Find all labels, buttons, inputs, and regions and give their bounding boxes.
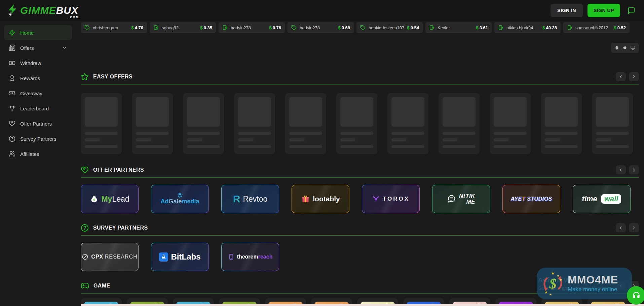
partner-card-revtoo[interactable]: R Revtoo [221,185,279,213]
partner-logo-text: AYE [510,196,522,202]
sidebar-item-label: Giveaway [20,91,42,96]
survey-partners-row: CPX RESEARCH BitLabs theoremreach [81,243,639,271]
sidebar-item-withdraw[interactable]: Withdraw [4,56,72,70]
offer-card-skeleton [285,93,326,154]
skeleton-line [187,132,220,135]
ticket-dollar-icon [9,90,15,97]
mmo4me-overlay: $ ★ ★ ★ ★ ★ MMO4ME Make money online [537,268,632,299]
partner-logo-text: Lead [112,195,129,203]
skeleton-line [494,132,527,135]
ticker-amount: $0.78 [269,25,281,30]
offer-card-skeleton [439,93,480,154]
wallet-icon [498,25,503,30]
sidebar-item-label: Home [20,30,34,36]
sidebar-item-offer-partners[interactable]: Offer Partners [4,116,72,131]
carousel-prev-button[interactable] [616,72,626,81]
header: GIMMEBUX.COM SIGN IN SIGN UP [0,0,644,21]
svg-text:$: $ [549,276,557,292]
partner-card-lootably[interactable]: lootably [292,185,349,213]
partner-logo-text: T [522,196,525,202]
currency-symbol: $ [542,25,545,30]
ticker-amount: $49.28 [542,25,557,30]
sidebar-item-label: Offer Partners [20,121,52,127]
ticker-username: badsin278 [231,25,251,30]
ticker-amount: $0.68 [338,25,350,30]
section-title: GAME [93,283,110,289]
sidebar-item-survey-partners[interactable]: Survey Partners [4,131,72,146]
skeleton-image [545,97,578,127]
ticker-earning-item[interactable]: badsin278 $0.78 [219,22,285,33]
earnings-ticker: chrishengren $4.70 sgbog92 $0.35 badsin2… [81,22,639,33]
ticker-amount: $4.70 [131,25,143,30]
ticker-earning-item[interactable]: samsonchik2012 $0.52 [563,22,630,33]
currency-symbol: $ [476,25,478,30]
svg-text:★: ★ [557,274,559,277]
skeleton-line [596,132,629,135]
partner-card-adgate-media[interactable]: AdGatemedia [151,185,209,213]
carousel-prev-button[interactable] [616,165,626,174]
newspaper-icon [9,44,15,51]
heart-handshake-icon [81,166,89,174]
support-chat-button[interactable] [627,286,644,305]
sign-in-button[interactable]: SIGN IN [551,4,583,17]
survey-card-cpx-research[interactable]: CPX RESEARCH [81,243,139,271]
sidebar-item-offers[interactable]: Offers [4,40,72,55]
wallet-icon [153,25,159,30]
carousel-next-button[interactable] [629,72,639,81]
brand-logo[interactable]: GIMMEBUX.COM [7,4,79,17]
ticker-earning-item[interactable]: chrishengren $4.70 [81,22,147,33]
skeleton-line [187,138,202,141]
ticker-username: chrishengren [93,25,118,30]
sidebar-item-label: Offers [20,45,34,51]
phone-icon [228,254,234,260]
ticker-amount-value: 49.28 [546,25,557,30]
chevron-down-icon[interactable] [62,45,67,50]
partner-logo-text: My [101,195,112,203]
svg-text:$: $ [93,198,96,201]
ticker-amount: $0.35 [200,25,212,30]
chat-icon[interactable] [628,7,635,14]
help-circle-icon [9,135,15,142]
survey-card-bitlabs[interactable]: BitLabs [151,243,209,271]
skeleton-line [443,132,476,135]
ticker-earning-item[interactable]: sgbog92 $0.35 [150,22,216,33]
skeleton-line [238,138,253,141]
carousel-next-button[interactable] [629,165,639,174]
sidebar-item-rewards[interactable]: Rewards [4,71,72,86]
skeleton-line [391,138,407,141]
partner-card-timewall[interactable]: time wall [573,185,631,213]
ticker-earning-item[interactable]: niklas.bjork94 $49.28 [494,22,561,33]
skeleton-line [596,138,611,141]
sign-up-button[interactable]: SIGN UP [588,4,620,17]
ticker-username: henkiedesteen107 [369,25,404,30]
partner-card-mylead[interactable]: $ MyLead [81,185,139,213]
sidebar-item-affiliates[interactable]: Affiliates [4,146,72,161]
section-survey-partners-header: SURVEY PARTNERS [81,223,639,232]
section-divider [81,84,639,84]
survey-card-theoremreach[interactable]: theoremreach [221,243,279,271]
carousel-prev-button[interactable] [616,223,626,232]
sidebar-item-giveaway[interactable]: Giveaway [4,86,72,101]
partner-logo-text: N!TIK [459,193,475,199]
partner-card-torox[interactable]: TOROX [362,185,420,213]
ticker-earning-item[interactable]: Kexler $3.61 [425,22,492,33]
skeleton-line [289,138,304,141]
skeleton-line [340,145,373,148]
skeleton-line [545,138,560,141]
gift-icon [301,195,310,204]
ticker-amount-value: 0.54 [411,25,419,30]
speech-bubble-icon [447,194,456,204]
partner-card-ayet-studios[interactable]: AYET STUDIOS [502,185,560,213]
sidebar-item-leaderboard[interactable]: Leaderboard [4,101,72,116]
skeleton-image [289,97,322,127]
ticker-amount-value: 3.61 [480,25,488,30]
ticker-earning-item[interactable]: henkiedesteen107 $0.54 [356,22,423,33]
partner-card-notik-me[interactable]: N!TIKME [432,185,490,213]
offer-card-skeleton [234,93,275,154]
carousel-next-button[interactable] [629,223,639,232]
ticker-amount-value: 0.68 [342,25,350,30]
partner-logo-text: Revtoo [243,195,267,204]
sidebar-item-label: Survey Partners [20,136,56,142]
sidebar-item-home[interactable]: Home [4,25,72,40]
ticker-earning-item[interactable]: badsin278 $0.68 [288,22,354,33]
